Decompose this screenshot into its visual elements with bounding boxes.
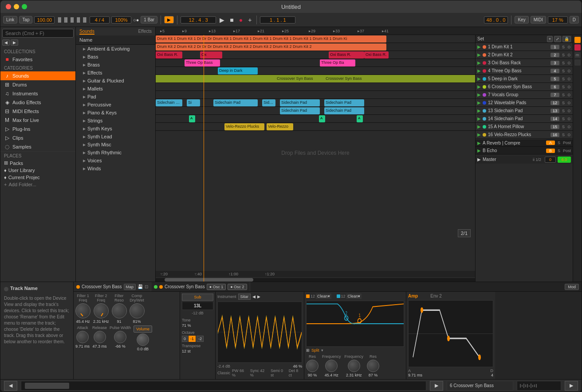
clip-sidechain14a[interactable]: Sidechain Pad <box>280 107 320 114</box>
track-m-12[interactable]: ⊙ <box>567 101 571 105</box>
split-dropdown[interactable]: ▾ <box>321 348 323 353</box>
osc1-tab[interactable]: ● Osc 1 <box>207 284 226 290</box>
track-m-5[interactable]: ⊙ <box>567 77 571 81</box>
clip-oxi3[interactable]: Oxi Bass R. <box>329 51 364 59</box>
sidebar-item-plug-ins[interactable]: ▷ Plug-Ins <box>0 125 75 133</box>
track-header-6[interactable]: ▶ 6 Crossover Syn Bass 6 S ⊙ <box>476 83 573 91</box>
track-s-16[interactable]: S <box>561 133 566 137</box>
play-button[interactable]: ▶ <box>218 16 226 24</box>
time-sig-display[interactable]: 4 / 4 <box>90 16 110 24</box>
minimize-button[interactable] <box>14 4 19 9</box>
track-s-13[interactable]: S <box>561 109 566 113</box>
record-button[interactable]: ● <box>237 16 244 24</box>
volume-knob-control[interactable] <box>137 333 149 346</box>
volume-btn[interactable]: Volume <box>134 325 152 333</box>
track-s-15[interactable]: S <box>561 125 566 129</box>
clip-sidechain13e[interactable]: Sidechain Pad <box>280 99 320 106</box>
track-s-7[interactable]: S <box>561 93 566 97</box>
sidebar-item-audio-effects[interactable]: ◈ Audio Effects <box>0 98 75 107</box>
maximize-button[interactable] <box>22 4 27 9</box>
split-btn[interactable]: ⊞ <box>306 348 310 353</box>
attack-knob-control[interactable] <box>76 331 89 343</box>
sidebar-item-max-for-live[interactable]: M Max for Live <box>0 116 75 125</box>
d-button[interactable]: D <box>570 16 579 24</box>
clip-3op1[interactable]: Three Op Bass <box>185 59 220 67</box>
place-user-library[interactable]: ♦ User Library <box>4 167 72 174</box>
track-m-13[interactable]: ⊙ <box>567 109 571 113</box>
link-button[interactable]: Link <box>3 16 17 24</box>
track-m-7[interactable]: ⊙ <box>567 93 571 97</box>
device2-power[interactable] <box>154 285 157 289</box>
osc-nav-left[interactable]: ◀ <box>252 294 256 299</box>
send-b-play[interactable]: ▶ <box>477 148 481 153</box>
clip-drumkit2[interactable]: Drum Kit 2 Drum Kit 2 Dr Dr Dr Drum Kit … <box>156 43 386 51</box>
classic-label[interactable]: Classic <box>217 371 230 375</box>
track-play-16[interactable]: ▶ <box>477 132 481 137</box>
clean1-btn[interactable]: Clean▾ <box>316 294 331 299</box>
clip-sidechain14b[interactable]: Sidechain Pad <box>324 107 364 114</box>
device2-power2[interactable] <box>159 285 163 289</box>
sidebar-item-midi-effects[interactable]: ⊟ MIDI Effects <box>0 107 75 116</box>
track-play-15[interactable]: ▶ <box>477 124 481 129</box>
browser-item-synth-rhythmic[interactable]: ▶Synth Rhythmic <box>76 149 155 157</box>
send-a-play[interactable]: ▶ <box>477 141 481 145</box>
place-current-project[interactable]: ♦ Current Projec <box>4 174 72 181</box>
freq1-control[interactable] <box>325 360 338 372</box>
track-header-13[interactable]: ▶ 13 Sidechain Pad 13 S ⊙ <box>476 107 573 115</box>
filter-reso-control[interactable] <box>112 303 127 318</box>
set-lock-button[interactable]: 🔒 <box>562 36 571 42</box>
right-btn-m[interactable]: m <box>574 52 581 58</box>
master-vol[interactable]: 6.0 <box>558 157 571 163</box>
browser-item-mallets[interactable]: ▶Mallets <box>76 85 155 93</box>
track-s-12[interactable]: S <box>561 101 566 105</box>
clip-crossover2[interactable]: Crossover Syn Bass <box>324 75 369 82</box>
browser-item-bass[interactable]: ▶Bass <box>76 53 155 61</box>
send-b-post[interactable]: Post <box>563 149 571 153</box>
status-nav-button[interactable]: ◀ <box>4 381 17 391</box>
track-header-16[interactable]: ▶ 16 Velo-Rezzo Plucks 16 S ⊙ <box>476 131 573 139</box>
track-play-2[interactable]: ▶ <box>477 52 481 57</box>
sub-btn[interactable]: Sub <box>182 294 213 301</box>
add-button[interactable]: + <box>246 16 253 24</box>
clip-sidechain13c[interactable]: Sidechain Pad <box>213 99 258 106</box>
track-s-4[interactable]: S <box>561 69 566 73</box>
track-s-3[interactable]: S <box>561 61 566 65</box>
master-play[interactable]: ▶ <box>477 157 481 162</box>
sounds-tab[interactable]: Sounds <box>79 29 94 35</box>
track-m-2[interactable]: ⊙ <box>567 53 571 57</box>
browser-item-percussive[interactable]: ▶Percussive <box>76 101 155 109</box>
device1-expand[interactable]: ⊡ <box>145 284 148 289</box>
clip-sidechain13f[interactable]: Sidechain Pad <box>324 99 364 106</box>
split-label[interactable]: Split <box>311 348 319 353</box>
arrow-tool-button[interactable]: ▶ <box>164 16 174 24</box>
clip-hornet-a1[interactable]: A <box>189 115 195 122</box>
browser-item-brass[interactable]: ▶Brass <box>76 61 155 69</box>
set-plus-button[interactable]: + <box>547 36 553 42</box>
mod-button[interactable]: Mod <box>565 284 579 290</box>
status-nav-button-right[interactable]: ▶ <box>430 381 443 391</box>
browser-item-winds[interactable]: ▶Winds <box>76 165 155 172</box>
clip-sidechain13a[interactable]: Sidechain Pad <box>156 99 182 106</box>
clip-velo2[interactable]: Velo-Rezzo <box>267 123 293 130</box>
browser-item-voices[interactable]: ▶Voices <box>76 157 155 165</box>
master-pan[interactable]: 0 <box>545 157 556 163</box>
oct-m2-btn[interactable]: -2 <box>197 336 204 342</box>
release-knob-control[interactable] <box>94 331 106 343</box>
clip-deep[interactable]: Deep in Dark <box>218 67 258 74</box>
osc2-tab[interactable]: ● Osc 2 <box>228 284 247 290</box>
place-add-folder[interactable]: + Add Folder... <box>4 181 72 188</box>
map-button[interactable]: Map <box>124 284 136 290</box>
track-play-4[interactable]: ▶ <box>477 68 481 73</box>
browser-item-pad[interactable]: ▶Pad <box>76 93 155 101</box>
clip-hornet-a3[interactable]: A <box>357 115 363 122</box>
track-header-14[interactable]: ▶ 14 Sidechain Pad 14 S ⊙ <box>476 115 573 123</box>
track-play-14[interactable]: ▶ <box>477 116 481 121</box>
track-s-2[interactable]: S <box>561 53 566 57</box>
track-header-4[interactable]: ▶ 4 Three Op Bass 4 S ⊙ <box>476 67 573 75</box>
res2-control[interactable] <box>367 360 379 372</box>
status-scrollbar-area[interactable] <box>21 381 426 391</box>
track-header-1[interactable]: ▶ 1 Drum Kit 1 1 S ⊙ <box>476 43 573 51</box>
track-m-4[interactable]: ⊙ <box>567 69 571 73</box>
stop-button[interactable]: ■ <box>228 16 235 24</box>
right-btn-red[interactable] <box>574 44 581 51</box>
